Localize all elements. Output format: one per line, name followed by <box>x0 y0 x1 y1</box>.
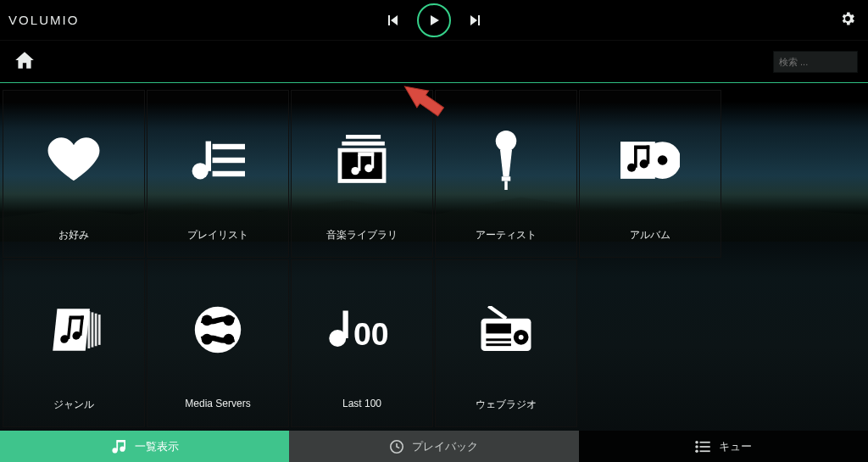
svg-rect-1 <box>213 144 245 149</box>
footer-tab-label: キュー <box>719 439 752 454</box>
svg-rect-2 <box>213 158 245 163</box>
next-track-button[interactable] <box>466 11 485 30</box>
tile-label: アーティスト <box>476 228 537 242</box>
browse-content: お好み プレイリスト 音楽ライブラリ アーティスト <box>0 83 868 429</box>
svg-text:00: 00 <box>353 316 389 352</box>
tile-label: Last 100 <box>342 398 381 409</box>
brand-logo[interactable]: VOLUMIO <box>8 11 136 30</box>
footer-tab-label: プレイバック <box>412 439 478 454</box>
album-icon <box>620 130 680 191</box>
tile-label: ウェブラジオ <box>476 398 537 412</box>
svg-point-60 <box>695 445 698 448</box>
genre-icon <box>46 299 102 360</box>
settings-button[interactable] <box>839 10 856 31</box>
svg-rect-46 <box>486 324 510 334</box>
footer-tab-playback[interactable]: プレイバック <box>289 431 578 462</box>
microphone-icon <box>487 130 525 191</box>
footer-tab-label: 一覧表示 <box>135 439 179 454</box>
svg-rect-34 <box>95 314 97 347</box>
tile-music-library[interactable]: 音楽ライブラリ <box>291 90 433 258</box>
tile-genres[interactable]: ジャンル <box>3 259 145 427</box>
svg-rect-42 <box>343 311 348 339</box>
svg-rect-5 <box>206 142 211 171</box>
tile-media-servers[interactable]: Media Servers <box>147 259 289 427</box>
svg-rect-31 <box>69 316 84 320</box>
list-icon <box>695 441 710 453</box>
tile-label: ジャンル <box>53 398 94 412</box>
svg-rect-6 <box>346 135 381 139</box>
svg-rect-63 <box>699 450 709 452</box>
svg-rect-17 <box>504 181 508 191</box>
tile-artists[interactable]: アーティスト <box>435 90 577 258</box>
svg-rect-9 <box>342 153 381 180</box>
tile-label: アルバム <box>630 228 670 242</box>
home-button[interactable] <box>14 49 36 75</box>
svg-rect-26 <box>53 309 90 351</box>
heart-icon <box>47 130 101 191</box>
radio-icon <box>478 299 534 360</box>
svg-line-44 <box>488 306 506 319</box>
svg-rect-33 <box>92 312 94 347</box>
media-server-icon <box>191 299 245 360</box>
svg-text:VOLUMIO: VOLUMIO <box>8 12 80 26</box>
svg-rect-16 <box>502 176 511 181</box>
svg-rect-23 <box>634 148 637 167</box>
svg-rect-35 <box>98 314 101 345</box>
tile-favorites[interactable]: お好み <box>3 90 145 258</box>
svg-rect-61 <box>699 446 709 448</box>
svg-rect-25 <box>634 146 649 149</box>
last-100-icon: 00 <box>328 299 396 360</box>
svg-point-19 <box>658 155 668 165</box>
tile-grid: お好み プレイリスト 音楽ライブラリ アーティスト <box>2 90 865 429</box>
footer-tabs: 一覧表示 プレイバック キュー <box>0 431 868 462</box>
svg-rect-12 <box>358 155 360 171</box>
svg-point-36 <box>195 307 241 353</box>
clock-icon <box>390 440 403 454</box>
previous-track-button[interactable] <box>383 11 402 30</box>
tile-label: 音楽ライブラリ <box>326 228 398 242</box>
search-box[interactable] <box>773 51 858 73</box>
svg-rect-14 <box>358 153 374 157</box>
svg-rect-54 <box>116 441 118 450</box>
search-input[interactable] <box>779 57 852 67</box>
music-library-icon <box>335 130 389 191</box>
svg-point-48 <box>519 335 524 340</box>
tile-label: プレイリスト <box>187 228 248 242</box>
music-note-icon <box>111 440 126 454</box>
play-button[interactable] <box>417 3 451 37</box>
footer-tab-queue[interactable]: キュー <box>579 431 868 462</box>
sub-bar <box>0 41 868 83</box>
svg-rect-49 <box>486 338 510 341</box>
svg-point-58 <box>695 441 698 444</box>
playlist-icon <box>191 130 245 191</box>
svg-rect-59 <box>699 441 709 443</box>
footer-tab-browse[interactable]: 一覧表示 <box>0 431 289 462</box>
tile-web-radio[interactable]: ウェブラジオ <box>435 259 577 427</box>
tile-playlists[interactable]: プレイリスト <box>147 90 289 258</box>
tile-albums[interactable]: アルバム <box>579 90 721 258</box>
svg-point-62 <box>695 449 698 453</box>
transport-controls <box>383 3 485 37</box>
tile-last-100[interactable]: 00 Last 100 <box>291 259 433 427</box>
top-bar: VOLUMIO <box>0 0 868 41</box>
svg-rect-56 <box>116 440 125 443</box>
svg-rect-7 <box>342 142 385 146</box>
svg-rect-3 <box>213 171 245 176</box>
tile-label: お好み <box>58 228 89 242</box>
svg-rect-50 <box>486 343 510 346</box>
tile-label: Media Servers <box>185 398 250 409</box>
svg-rect-32 <box>88 311 91 348</box>
